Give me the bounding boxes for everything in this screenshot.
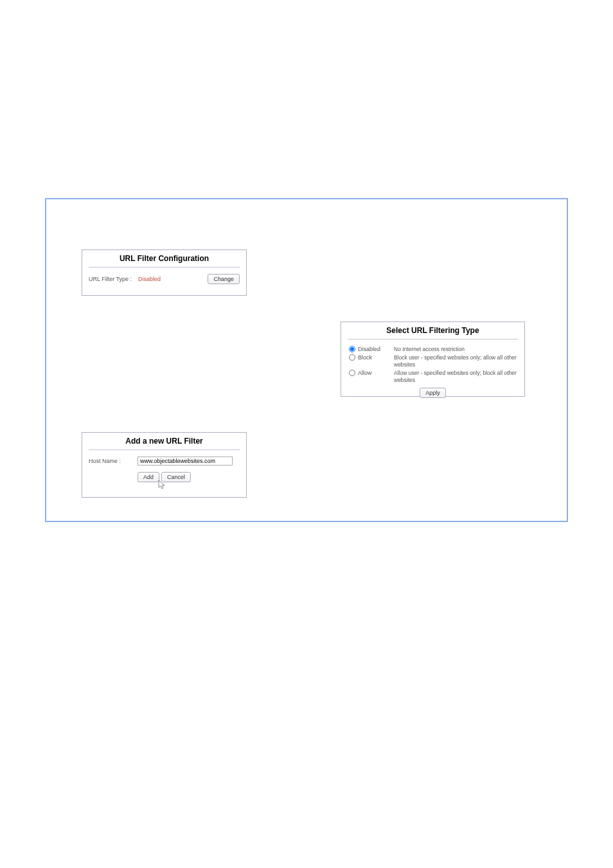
select-url-filtering-type-title: Select URL Filtering Type bbox=[341, 322, 524, 339]
add-cancel-row: Add Cancel bbox=[82, 469, 246, 482]
filter-option-disabled-desc: No Internet access restriction bbox=[394, 346, 517, 353]
filter-option-disabled-label: Disabled bbox=[358, 346, 380, 352]
filter-option-allow[interactable]: Allow bbox=[349, 370, 394, 376]
add-url-filter-title: Add a new URL Filter bbox=[82, 433, 246, 449]
host-name-row: Host Name : bbox=[82, 457, 246, 469]
select-url-filtering-type-panel: Select URL Filtering Type Disabled No In… bbox=[341, 321, 525, 397]
filter-option-allow-radio[interactable] bbox=[349, 370, 355, 376]
document-frame: URL Filter Configuration URL Filter Type… bbox=[45, 198, 568, 522]
url-filter-type-label: URL Filter Type : bbox=[89, 276, 132, 282]
filter-type-options: Disabled No Internet access restriction … bbox=[341, 346, 524, 398]
filter-option-allow-row: Allow Allow user - specified websites on… bbox=[349, 370, 517, 384]
filter-option-disabled-row: Disabled No Internet access restriction bbox=[349, 346, 517, 353]
filter-option-allow-desc: Allow user - specified websites only; bl… bbox=[394, 370, 517, 384]
filter-option-block-desc: Block user - specified websites only; al… bbox=[394, 354, 517, 368]
url-filter-config-title: URL Filter Configuration bbox=[82, 250, 246, 267]
url-filter-type-value: Disabled bbox=[138, 276, 201, 282]
filter-option-disabled[interactable]: Disabled bbox=[349, 346, 394, 352]
apply-row: Apply bbox=[349, 388, 517, 398]
cancel-button[interactable]: Cancel bbox=[161, 472, 191, 482]
divider bbox=[89, 449, 240, 450]
filter-option-block-radio[interactable] bbox=[349, 354, 355, 361]
add-button[interactable]: Add bbox=[138, 472, 159, 482]
host-name-input[interactable] bbox=[138, 457, 233, 466]
add-url-filter-panel: Add a new URL Filter Host Name : Add Can… bbox=[82, 432, 247, 498]
host-name-label: Host Name : bbox=[89, 458, 132, 464]
divider bbox=[348, 339, 518, 339]
divider bbox=[89, 267, 240, 267]
change-button[interactable]: Change bbox=[208, 274, 240, 284]
filter-option-disabled-radio[interactable] bbox=[349, 346, 355, 352]
filter-option-block[interactable]: Block bbox=[349, 354, 394, 361]
url-filter-config-panel: URL Filter Configuration URL Filter Type… bbox=[82, 249, 247, 296]
filter-option-block-label: Block bbox=[358, 354, 372, 361]
url-filter-type-row: URL Filter Type : Disabled Change bbox=[82, 274, 246, 289]
filter-option-allow-label: Allow bbox=[358, 370, 372, 376]
filter-option-block-row: Block Block user - specified websites on… bbox=[349, 354, 517, 368]
apply-button[interactable]: Apply bbox=[420, 388, 446, 398]
